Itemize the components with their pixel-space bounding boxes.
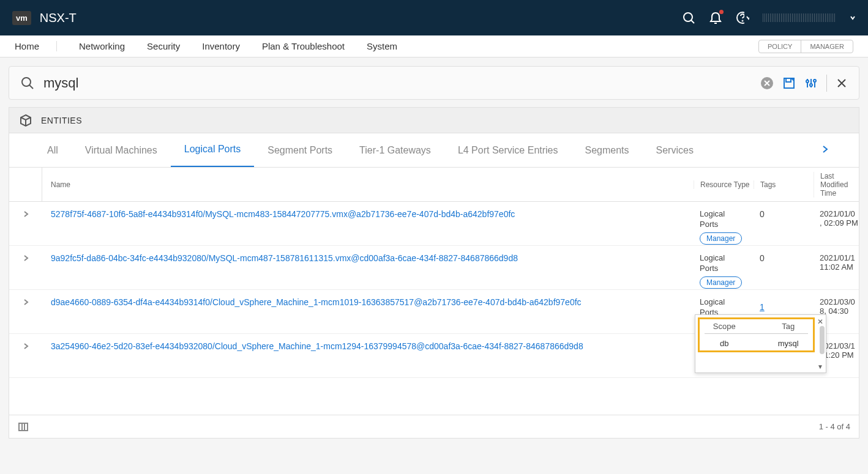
svg-point-14 <box>814 80 816 82</box>
close-search-icon[interactable] <box>836 77 848 89</box>
row-time: 2021/01/111:02 AM <box>814 253 859 272</box>
expand-row-icon[interactable] <box>9 297 42 306</box>
popover-scope-header: Scope <box>705 322 744 331</box>
tab-virtual-machines[interactable]: Virtual Machines <box>72 133 171 168</box>
save-search-icon[interactable] <box>782 76 796 90</box>
row-name-link[interactable]: 9a92fc5f-da86-04bc-34fc-e4434b932080/MyS… <box>42 253 694 263</box>
pagination-range: 1 - 4 of 4 <box>819 422 850 431</box>
svg-line-6 <box>29 85 33 89</box>
tabs-next-icon[interactable] <box>816 145 834 156</box>
clear-search-icon[interactable] <box>760 76 774 90</box>
table-header: Name Resource Type Tags Last Modified Ti… <box>9 168 859 202</box>
table-footer: 1 - 4 of 4 <box>9 415 859 438</box>
search-icon <box>20 76 35 91</box>
chevron-down-icon[interactable] <box>850 15 856 21</box>
search-bar <box>9 66 859 100</box>
manager-badge: Manager <box>700 276 742 289</box>
row-name-link[interactable]: d9ae4660-0889-6354-df4a-e4434b9314f0/Clo… <box>42 297 694 307</box>
row-name-link[interactable]: 5278f75f-4687-10f6-5a8f-e4434b9314f0/MyS… <box>42 209 694 219</box>
search-icon[interactable] <box>682 11 695 24</box>
scroll-down-icon[interactable]: ▼ <box>817 363 823 370</box>
nav-security[interactable]: Security <box>147 41 180 51</box>
expand-row-icon[interactable] <box>9 209 42 218</box>
close-popover-icon[interactable]: ✕ <box>817 317 823 326</box>
popover-tag-value: mysql <box>769 339 809 348</box>
table-row: 5278f75f-4687-10f6-5a8f-e4434b9314f0/MyS… <box>9 202 859 246</box>
nav-plan-troubleshoot[interactable]: Plan & Troubleshoot <box>262 41 345 51</box>
nav-bar: Home Networking Security Inventory Plan … <box>0 35 868 57</box>
col-last-modified[interactable]: Last Modified Time <box>814 172 859 198</box>
svg-point-13 <box>810 84 812 86</box>
search-input[interactable] <box>43 75 760 91</box>
tab-l4-port-service[interactable]: L4 Port Service Entries <box>444 133 572 168</box>
user-menu[interactable] <box>763 13 836 22</box>
svg-point-5 <box>22 78 31 86</box>
app-name: NSX-T <box>40 11 77 25</box>
expand-row-icon[interactable] <box>9 253 42 262</box>
row-resource-type: LogicalPortsManager <box>694 253 754 289</box>
filter-settings-icon[interactable] <box>804 76 818 90</box>
notifications-icon[interactable] <box>709 11 722 24</box>
entities-icon <box>19 114 32 127</box>
mode-toggle: POLICY MANAGER <box>758 40 853 53</box>
svg-line-1 <box>691 20 694 23</box>
col-tags[interactable]: Tags <box>754 180 814 189</box>
tabs: All Virtual Machines Logical Ports Segme… <box>9 133 859 168</box>
row-time: 2021/01/0, 02:09 PM <box>814 209 859 228</box>
col-resource-type[interactable]: Resource Type <box>694 180 754 189</box>
popover-scrollbar[interactable] <box>820 326 825 354</box>
entities-label: ENTITIES <box>41 116 82 125</box>
vmware-logo: vm <box>12 11 31 25</box>
column-toggle-icon[interactable] <box>18 421 29 432</box>
tab-services[interactable]: Services <box>643 133 707 168</box>
mode-policy[interactable]: POLICY <box>759 40 801 53</box>
svg-point-12 <box>806 80 809 83</box>
svg-rect-15 <box>19 423 28 431</box>
top-bar: vm NSX-T <box>0 0 868 35</box>
table-row: 9a92fc5f-da86-04bc-34fc-e4434b932080/MyS… <box>9 246 859 290</box>
notification-dot <box>719 10 724 14</box>
tab-segments[interactable]: Segments <box>572 133 643 168</box>
tab-logical-ports[interactable]: Logical Ports <box>171 133 255 168</box>
row-tags: 0 <box>754 209 814 219</box>
nav-home[interactable]: Home <box>15 41 57 51</box>
svg-point-0 <box>684 13 692 21</box>
manager-badge: Manager <box>700 232 742 245</box>
tab-tier1-gateways[interactable]: Tier-1 Gateways <box>346 133 444 168</box>
tab-all[interactable]: All <box>34 133 72 168</box>
popover-scope-value: db <box>705 339 744 348</box>
expand-row-icon[interactable] <box>9 341 42 350</box>
nav-system[interactable]: System <box>367 41 397 51</box>
row-name-link[interactable]: 3a254960-46e2-5d20-83ef-e4434b932080/Clo… <box>42 341 694 351</box>
panel-header: ENTITIES <box>9 108 859 133</box>
nav-networking[interactable]: Networking <box>79 41 125 51</box>
mode-manager[interactable]: MANAGER <box>801 40 853 53</box>
tab-segment-ports[interactable]: Segment Ports <box>254 133 346 168</box>
row-tags: 0 <box>754 253 814 263</box>
results-panel: ENTITIES All Virtual Machines Logical Po… <box>9 107 859 439</box>
popover-tag-header: Tag <box>769 322 809 331</box>
row-time: 2021/03/08, 04:30 <box>814 297 859 316</box>
col-name[interactable]: Name <box>42 180 694 189</box>
row-tags[interactable]: 1 <box>754 297 814 312</box>
help-icon[interactable] <box>736 11 749 24</box>
tags-popover: ✕▼ScopeTagdbmysql <box>695 314 826 373</box>
row-resource-type: LogicalPortsManager <box>694 209 754 245</box>
svg-point-4 <box>743 21 743 21</box>
nav-inventory[interactable]: Inventory <box>202 41 240 51</box>
